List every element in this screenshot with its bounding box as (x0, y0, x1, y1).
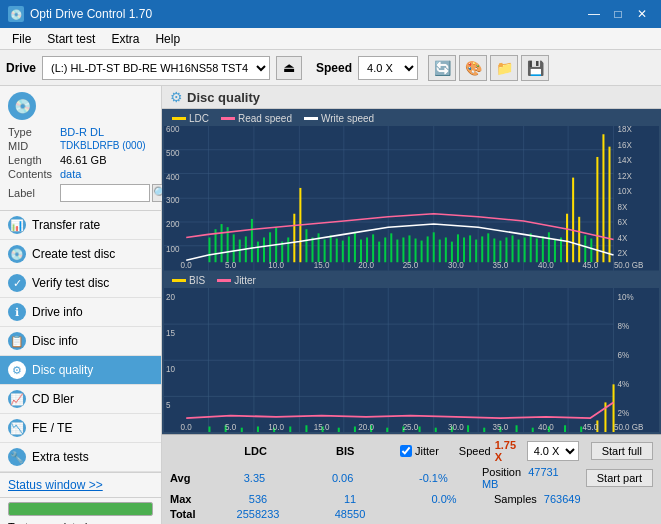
chart1-plot: 600 500 400 300 200 100 18X 16X 14X 12X … (164, 126, 659, 271)
menu-extra[interactable]: Extra (103, 30, 147, 48)
speed-select[interactable]: 4.0 X 1.0 X 2.0 X 8.0 X (358, 56, 418, 80)
minimize-button[interactable]: — (583, 5, 605, 23)
color-button[interactable]: 🎨 (459, 55, 487, 81)
avg-bis: 0.06 (305, 472, 381, 484)
svg-text:15: 15 (166, 327, 175, 338)
jitter-checkbox[interactable] (400, 445, 412, 457)
svg-rect-92 (578, 217, 580, 262)
svg-rect-79 (499, 241, 501, 263)
cd-bler-label: CD Bler (32, 392, 74, 406)
ldc-legend-color (172, 117, 186, 120)
status-window-button[interactable]: Status window >> (8, 478, 103, 492)
svg-rect-138 (305, 425, 307, 432)
menu-bar: File Start test Extra Help (0, 28, 661, 50)
svg-rect-81 (512, 235, 514, 262)
svg-text:6X: 6X (618, 218, 628, 227)
maximize-button[interactable]: □ (607, 5, 629, 23)
chart1-legend: LDC Read speed Write speed (164, 111, 659, 126)
sidebar-item-extra-tests[interactable]: 🔧 Extra tests (0, 443, 161, 472)
max-jitter: 0.0% (414, 493, 474, 505)
svg-rect-140 (338, 427, 340, 432)
length-value: 46.61 GB (60, 154, 106, 166)
menu-file[interactable]: File (4, 30, 39, 48)
drive-info-label: Drive info (32, 305, 83, 319)
fe-te-icon: 📉 (8, 419, 26, 437)
save-button[interactable]: 💾 (521, 55, 549, 81)
samples-label-text: Samples (494, 493, 537, 505)
svg-rect-78 (493, 239, 495, 263)
svg-text:20: 20 (166, 291, 175, 302)
folder-button[interactable]: 📁 (490, 55, 518, 81)
sidebar-item-drive-info[interactable]: ℹ Drive info (0, 298, 161, 327)
svg-text:5.0: 5.0 (225, 421, 236, 432)
svg-text:8X: 8X (618, 203, 628, 212)
sidebar-item-fe-te[interactable]: 📉 FE / TE (0, 414, 161, 443)
svg-rect-146 (435, 427, 437, 432)
progress-bar-fill (9, 503, 152, 515)
svg-rect-143 (386, 427, 388, 432)
svg-rect-57 (366, 237, 368, 262)
disc-section: 💿 Type BD-R DL MID TDKBLDRFB (000) Lengt… (0, 86, 161, 211)
jitter-label: Jitter (415, 445, 439, 457)
chart2-container: BIS Jitter (164, 273, 659, 433)
svg-text:400: 400 (166, 173, 180, 182)
svg-rect-96 (602, 134, 604, 262)
svg-text:10.0: 10.0 (268, 421, 284, 432)
svg-text:30.0: 30.0 (448, 421, 464, 432)
start-part-button[interactable]: Start part (586, 469, 653, 487)
svg-text:20.0: 20.0 (358, 421, 374, 432)
sidebar-item-disc-info[interactable]: 📋 Disc info (0, 327, 161, 356)
progress-bar (8, 502, 153, 516)
write-speed-legend-color (304, 117, 318, 120)
sidebar-item-disc-quality[interactable]: ⚙ Disc quality (0, 356, 161, 385)
eject-button[interactable]: ⏏ (276, 56, 302, 80)
svg-rect-54 (348, 236, 350, 262)
type-value: BD-R DL (60, 126, 104, 138)
svg-rect-48 (311, 237, 313, 262)
svg-text:35.0: 35.0 (493, 421, 509, 432)
total-ldc: 2558233 (218, 508, 298, 520)
svg-text:5.0: 5.0 (225, 261, 237, 270)
refresh-button[interactable]: 🔄 (428, 55, 456, 81)
sidebar-item-transfer-rate[interactable]: 📊 Transfer rate (0, 211, 161, 240)
sidebar-item-create-test-disc[interactable]: 💿 Create test disc (0, 240, 161, 269)
menu-help[interactable]: Help (147, 30, 188, 48)
avg-ldc: 3.35 (216, 472, 292, 484)
charts-area: LDC Read speed Write speed (162, 109, 661, 434)
svg-text:40.0: 40.0 (538, 261, 554, 270)
disc-type-row: Type BD-R DL (8, 126, 153, 138)
svg-rect-154 (564, 425, 566, 432)
svg-rect-95 (596, 157, 598, 262)
main-layout: 💿 Type BD-R DL MID TDKBLDRFB (000) Lengt… (0, 86, 661, 524)
speed-select-small[interactable]: 4.0 X 2.0 X 8.0 X (527, 441, 579, 461)
svg-rect-82 (518, 240, 520, 263)
bis-header: BIS (306, 445, 384, 457)
verify-test-disc-icon: ✓ (8, 274, 26, 292)
svg-rect-52 (336, 239, 338, 263)
stats-max-row: Max 536 11 0.0% Samples 763649 (170, 493, 653, 505)
svg-text:35.0: 35.0 (493, 261, 509, 270)
contents-value[interactable]: data (60, 168, 81, 180)
svg-text:0.0: 0.0 (181, 261, 193, 270)
extra-tests-icon: 🔧 (8, 448, 26, 466)
label-input[interactable] (60, 184, 150, 202)
svg-text:10%: 10% (618, 291, 634, 302)
close-button[interactable]: ✕ (631, 5, 653, 23)
drive-select[interactable]: (L:) HL-DT-ST BD-RE WH16NS58 TST4 (42, 56, 270, 80)
svg-rect-93 (584, 235, 586, 262)
chart2-plot: 20 15 10 5 10% 8% 6% 4% 2% (164, 288, 659, 433)
fe-te-label: FE / TE (32, 421, 72, 435)
svg-text:600: 600 (166, 126, 180, 134)
menu-start-test[interactable]: Start test (39, 30, 103, 48)
create-test-disc-label: Create test disc (32, 247, 115, 261)
svg-rect-56 (360, 240, 362, 263)
total-bis: 48550 (310, 508, 390, 520)
svg-rect-71 (451, 242, 453, 263)
sidebar-item-verify-test-disc[interactable]: ✓ Verify test disc (0, 269, 161, 298)
total-label: Total (170, 508, 206, 520)
svg-text:45.0: 45.0 (582, 261, 598, 270)
svg-text:25.0: 25.0 (403, 421, 419, 432)
sidebar-item-cd-bler[interactable]: 📈 CD Bler (0, 385, 161, 414)
start-full-button[interactable]: Start full (591, 442, 653, 460)
transfer-rate-icon: 📊 (8, 216, 26, 234)
